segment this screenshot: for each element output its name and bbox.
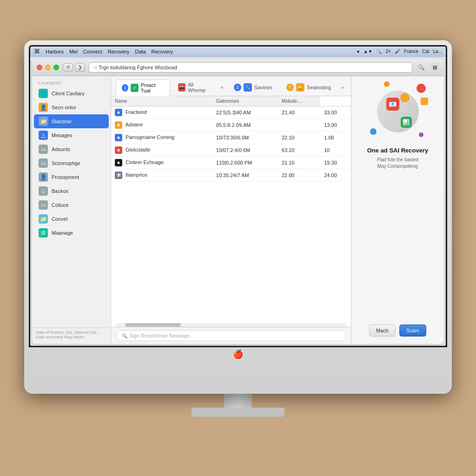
message-search-icon: 🔍: [122, 333, 127, 338]
scam-button[interactable]: Scam: [399, 324, 426, 337]
row-0-col2: Z1.40: [278, 106, 320, 119]
sidebar-item-sconnophge[interactable]: ▭ Sconnophge: [34, 156, 109, 170]
mach-button[interactable]: Mach: [369, 324, 396, 337]
sidebar-icon-stacdow: 📁: [39, 117, 48, 126]
tab-badge-2: 2: [234, 84, 241, 91]
menu-harbors[interactable]: Harbors: [46, 49, 64, 54]
col-header-gatronmes: Gatronmes: [212, 96, 278, 106]
screen-bezel: ⌘ Harbors Mel Connect Recovery Data Reco…: [29, 45, 447, 347]
menu-recovery2[interactable]: Recovery: [152, 49, 173, 54]
tab-savines[interactable]: 2 🔧 Savines: [228, 80, 278, 94]
row-4-time: 110|0.2:600 PM: [212, 157, 278, 169]
nav-forward-icon[interactable]: ❯: [75, 63, 85, 72]
menubar-right: ● ▲▼ 🔍 2× 🎤 France Cat La...: [357, 49, 442, 54]
tab-label-sealnoting: Sealnoting: [307, 85, 331, 90]
sidebar-label-convel: Convel: [52, 216, 67, 222]
float-icon-blue: [370, 128, 377, 135]
main-content: ↺ ❯ ◁ Trgn toduldaring Fghore Wiscboad 🔍…: [30, 57, 446, 346]
row-4-col2: 21.10: [278, 157, 320, 169]
right-panel: 📧 📊: [351, 76, 444, 344]
scrollbar-thumb[interactable]: [125, 323, 181, 327]
row-3-icon: ■: [115, 146, 122, 154]
table-row[interactable]: ■ Glelcistalle 10/07.2:4/0 6M 63.10 10: [111, 144, 351, 157]
traffic-lights: [37, 65, 59, 70]
search-button[interactable]: 🔍: [416, 62, 426, 73]
sidebar-icon-prosopment: 👤: [39, 172, 48, 182]
tab-all-whomp[interactable]: 📷 All Whomp: [172, 79, 217, 96]
sidebar-icon-adsunts: ▭: [39, 145, 48, 154]
sidebar-icon-convel: 📁: [39, 214, 48, 224]
table-row[interactable]: ■ Adstere 05.5:8.2 09.AM 13.00: [111, 119, 351, 132]
minimize-button[interactable]: [45, 65, 51, 70]
menu-connect[interactable]: Connect: [83, 49, 102, 54]
float-icon-yellow: [384, 81, 390, 87]
tab-icon-savines: 🔧: [244, 83, 252, 92]
address-bar[interactable]: ◁ Trgn toduldaring Fghore Wiscboad: [89, 62, 412, 73]
menu-mel[interactable]: Mel: [69, 49, 78, 54]
row-1-name: ■ Adstere: [111, 119, 212, 132]
recovery-graphic: 📧 📊: [370, 84, 426, 139]
tab-sealnoting[interactable]: 7 🔔 Sealnoting: [280, 80, 337, 94]
maximize-button[interactable]: [53, 65, 59, 70]
sidebar-label-sconnophge: Sconnophge: [52, 160, 80, 166]
menubar-search-icon[interactable]: 🔍: [376, 49, 382, 54]
row-2-col3: 1.00: [320, 132, 351, 144]
sidebar-item-colluce[interactable]: ▭ Colluce: [34, 198, 109, 212]
circle-content: 📧 📊: [377, 91, 419, 132]
sidebar-item-cilont-cavilary[interactable]: 🌐 Cilont Cavilary: [34, 86, 109, 100]
sidebar-item-convel[interactable]: 📁 Convel: [34, 212, 109, 226]
row-0-col3: 33.00: [320, 106, 351, 119]
main-panel: 1 ✓ Proact Tual 📷 All Whomp +: [111, 76, 351, 344]
message-input[interactable]: 🔍 Sign Rerportmue Nessage...: [116, 330, 346, 341]
menubar-signal-icon: ▲▼: [364, 49, 373, 54]
row-1-col3: 13.00: [320, 119, 351, 132]
table-row[interactable]: ■ Cinteer Echnage 110|0.2:600 PM 21.10 1…: [111, 157, 351, 169]
tab-proact-tual[interactable]: 1 ✓ Proact Tual: [116, 79, 170, 96]
menu-recovery[interactable]: Recovery: [108, 49, 129, 54]
sidebar-item-stacdow[interactable]: 📁 Stacdow: [34, 114, 109, 128]
row-2-icon: ■: [115, 134, 122, 141]
sidebar-item-mesages[interactable]: △ Mesages: [34, 128, 109, 142]
row-5-name: 🔽 Iliamprice: [111, 169, 212, 182]
close-button[interactable]: [37, 65, 42, 70]
sidebar-section-label: Cavement: [32, 79, 111, 86]
sidebar-item-maanage[interactable]: ⚙ Maanage: [34, 226, 109, 240]
row-0-name: ■ Fractiond: [111, 106, 212, 119]
row-5-icon: 🔽: [115, 172, 122, 179]
data-table: Name Gatronmes Mobule-...: [111, 96, 351, 323]
row-1-time: 05.5:8.2 09.AM: [212, 119, 278, 132]
tab-badge-1: 1: [122, 84, 128, 92]
row-4-icon: ■: [115, 159, 122, 166]
titlebar: ↺ ❯ ◁ Trgn toduldaring Fghore Wiscboad 🔍…: [32, 59, 444, 76]
tab-label-savines: Savines: [254, 85, 272, 90]
sidebar-item-adsunts[interactable]: ▭ Adsunts: [34, 142, 109, 156]
sidebar-label-cilont: Cilont Cavilary: [52, 91, 85, 96]
row-0-time: 22:5|S.3|40 AM: [212, 106, 278, 119]
tab-plus-2[interactable]: +: [339, 84, 346, 91]
action-buttons: Mach Scam: [369, 324, 426, 337]
recovery-title: One ad SAI Recovery: [367, 147, 429, 154]
sidebar-item-prosopment[interactable]: 👤 Prosopment: [34, 170, 109, 184]
nav-refresh-icon[interactable]: ↺: [63, 63, 73, 72]
tab-icon-sealnoting: 🔔: [296, 83, 304, 92]
row-1-icon: ■: [115, 121, 122, 129]
tab-badge-7: 7: [286, 84, 294, 91]
screen: ⌘ Harbors Mel Connect Recovery Data Reco…: [30, 46, 446, 346]
horizontal-scrollbar[interactable]: [116, 323, 346, 327]
tab-label-proact: Proact Tual: [141, 82, 164, 93]
menubar-mic-icon: 🎤: [395, 49, 400, 54]
sidebar-item-secn-ontor[interactable]: 👤 Secn ontor: [34, 100, 109, 114]
sidebar-toggle-button[interactable]: ▤: [430, 63, 439, 72]
tab-plus-1[interactable]: +: [218, 84, 225, 91]
sidebar-item-backos[interactable]: ◇ Backos: [34, 184, 109, 198]
sidebar-footer-right: Dale recorvery May-Intum: [36, 335, 107, 339]
app-icon-2: 📊: [401, 117, 412, 128]
sidebar-label-secn: Secn ontor: [52, 105, 76, 110]
row-2-time: 10/73:30/6.0M: [212, 132, 278, 144]
table-row[interactable]: ■ Fractiond 22:5|S.3|40 AM Z1.40 33.00: [111, 106, 351, 119]
table-row[interactable]: 🔽 Iliamprice 10:35.24/7 AM 22.00 24.00: [111, 169, 351, 182]
recovery-circle: 📧 📊: [377, 91, 419, 132]
table-row[interactable]: ■ Pamsgmaine Coming 10/73:30/6.0M 22.10 …: [111, 132, 351, 144]
menu-data[interactable]: Data: [135, 49, 145, 54]
sidebar-label-colluce: Colluce: [52, 202, 69, 208]
